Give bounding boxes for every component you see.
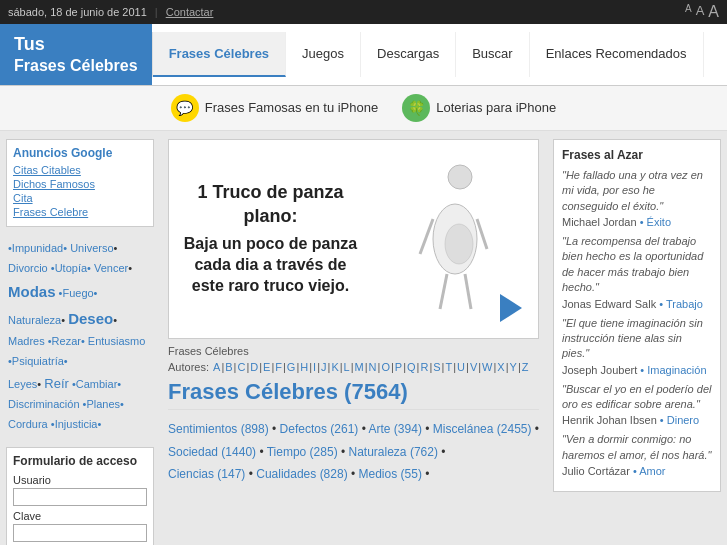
alpha-link-A[interactable]: A [213, 361, 220, 373]
tag-madres[interactable]: Madres [8, 335, 45, 347]
tag-naturaleza-tag[interactable]: Naturaleza [8, 314, 61, 326]
nav-item-frases[interactable]: Frases Célebres [153, 32, 286, 77]
promo-iphone[interactable]: 💬 Frases Famosas en tu iPhone [171, 94, 378, 122]
quote-2: "La recompensa del trabajo bien hecho es… [562, 234, 712, 310]
alpha-link-U[interactable]: U [457, 361, 465, 373]
alpha-link-B[interactable]: B [225, 361, 232, 373]
alpha-link-F[interactable]: F [275, 361, 282, 373]
tag-modas[interactable]: Modas [8, 283, 56, 300]
alpha-link-W[interactable]: W [482, 361, 492, 373]
alpha-link-S[interactable]: S [433, 361, 440, 373]
logo-line2: Frases Célebres [14, 56, 138, 75]
cat-miscelanea[interactable]: Miscelánea (2455) [433, 422, 532, 436]
quote-3-author[interactable]: Joseph Joubert • Imaginación [562, 364, 712, 376]
tag-injusticia[interactable]: •Injusticia• [51, 418, 102, 430]
tag-entusiasmo[interactable]: Entusiasmo [88, 335, 145, 347]
tag-discriminacion[interactable]: Discriminación [8, 398, 80, 410]
username-input[interactable] [13, 488, 147, 506]
alpha-link-L[interactable]: L [344, 361, 350, 373]
font-medium[interactable]: A [696, 3, 705, 21]
tag-leyes[interactable]: Leyes [8, 378, 37, 390]
tag-planes[interactable]: •Planes• [83, 398, 124, 410]
cat-ciencias[interactable]: Ciencias (147) [168, 467, 245, 481]
promo-loteria[interactable]: 🍀 Loterias para iPhone [402, 94, 556, 122]
alpha-link-H[interactable]: H [300, 361, 308, 373]
frases-azar-box: Frases al Azar "He fallado una y otra ve… [553, 139, 721, 492]
quote-1: "He fallado una y otra vez en mi vida, p… [562, 168, 712, 228]
cat-arte[interactable]: Arte (394) [369, 422, 422, 436]
tag-utopia[interactable]: •Utopía• [51, 262, 91, 274]
topbar-contact[interactable]: Contactar [166, 6, 214, 18]
svg-point-2 [445, 224, 473, 264]
ads-link-citas[interactable]: Citas Citables [13, 164, 147, 176]
promo-iphone-label: Frases Famosas en tu iPhone [205, 100, 378, 115]
tag-cambiar[interactable]: •Cambiar• [72, 378, 121, 390]
cat-sentimientos[interactable]: Sentimientos (898) [168, 422, 269, 436]
tag-psiquiatria[interactable]: •Psiquiatría• [8, 355, 68, 367]
quote-2-author[interactable]: Jonas Edward Salk • Trabajo [562, 298, 712, 310]
cat-naturaleza[interactable]: Naturaleza (762) [349, 445, 438, 459]
tag-universo[interactable]: Universo [70, 242, 113, 254]
tag-rezar[interactable]: •Rezar• [48, 335, 85, 347]
alpha-link-I[interactable]: I [313, 361, 316, 373]
alpha-link-E[interactable]: E [263, 361, 270, 373]
alpha-link-Y[interactable]: Y [510, 361, 517, 373]
ad-banner[interactable]: 1 Truco de panza plano: Baja un poco de … [168, 139, 539, 339]
alpha-link-J[interactable]: J [321, 361, 327, 373]
alpha-link-N[interactable]: N [369, 361, 377, 373]
alpha-link-Q[interactable]: Q [407, 361, 416, 373]
tag-divorcio[interactable]: Divorcio [8, 262, 48, 274]
alpha-link-O[interactable]: O [381, 361, 390, 373]
ads-link-dichos[interactable]: Dichos Famosos [13, 178, 147, 190]
password-input[interactable] [13, 524, 147, 542]
frases-azar-title: Frases al Azar [562, 148, 712, 162]
ad-line2: Baja un poco de panza cada dia a través … [179, 234, 362, 296]
tag-deseo[interactable]: Deseo [68, 310, 113, 327]
cat-cualidades[interactable]: Cualidades (828) [256, 467, 347, 481]
quote-5-author[interactable]: Julio Cortázar • Amor [562, 465, 712, 477]
alpha-link-D[interactable]: D [250, 361, 258, 373]
alpha-links: A|B|C|D|E|F|G|H|I|J|K|L|M|N|O|P|Q|R|S|T|… [212, 361, 529, 373]
alpha-link-R[interactable]: R [420, 361, 428, 373]
nav-item-descargas[interactable]: Descargas [361, 32, 456, 77]
tag-reir[interactable]: Reír [44, 376, 69, 391]
nav-item-juegos[interactable]: Juegos [286, 32, 361, 77]
alpha-link-G[interactable]: G [287, 361, 296, 373]
tag-fuego[interactable]: •Fuego• [59, 287, 98, 299]
tag-impunidad[interactable]: •Impunidad• [8, 242, 67, 254]
ads-link-frases[interactable]: Frases Celebre [13, 206, 147, 218]
alpha-link-K[interactable]: K [331, 361, 338, 373]
nav-item-buscar[interactable]: Buscar [456, 32, 529, 77]
alpha-link-X[interactable]: X [497, 361, 504, 373]
cat-medios[interactable]: Medios (55) [359, 467, 422, 481]
logo[interactable]: Tus Frases Célebres [0, 24, 152, 85]
alpha-link-P[interactable]: P [395, 361, 402, 373]
quote-1-author[interactable]: Michael Jordan • Éxito [562, 216, 712, 228]
alpha-link-C[interactable]: C [237, 361, 245, 373]
font-small[interactable]: A [685, 3, 692, 21]
pass-label: Clave [13, 510, 147, 522]
alpha-link-M[interactable]: M [355, 361, 364, 373]
cat-defectos[interactable]: Defectos (261) [280, 422, 359, 436]
quote-4-author[interactable]: Henrik Johan Ibsen • Dinero [562, 414, 712, 426]
font-large[interactable]: A [708, 3, 719, 21]
authors-label: Autores: [168, 361, 209, 373]
ads-link-cita[interactable]: Cita [13, 192, 147, 204]
cat-sociedad[interactable]: Sociedad (1440) [168, 445, 256, 459]
ad-text: 1 Truco de panza plano: Baja un poco de … [169, 171, 372, 306]
alpha-link-Z[interactable]: Z [522, 361, 529, 373]
ad-arrow [500, 294, 522, 322]
user-label: Usuario [13, 474, 147, 486]
alpha-link-T[interactable]: T [445, 361, 452, 373]
nav-item-enlaces[interactable]: Enlaces Recomendados [530, 32, 704, 77]
categories-list: Sentimientos (898) • Defectos (261) • Ar… [168, 418, 539, 486]
alphabet-nav: Autores: A|B|C|D|E|F|G|H|I|J|K|L|M|N|O|P… [168, 361, 539, 373]
breadcrumb: Frases Célebres [168, 345, 539, 357]
tag-vencer[interactable]: Vencer [94, 262, 128, 274]
font-size-controls: A A A [685, 3, 719, 21]
logo-line1: Tus [14, 34, 138, 56]
alpha-link-V[interactable]: V [470, 361, 477, 373]
tag-cordura[interactable]: Cordura [8, 418, 48, 430]
cat-tiempo[interactable]: Tiempo (285) [267, 445, 338, 459]
main-title: Frases Célebres (7564) [168, 379, 539, 410]
